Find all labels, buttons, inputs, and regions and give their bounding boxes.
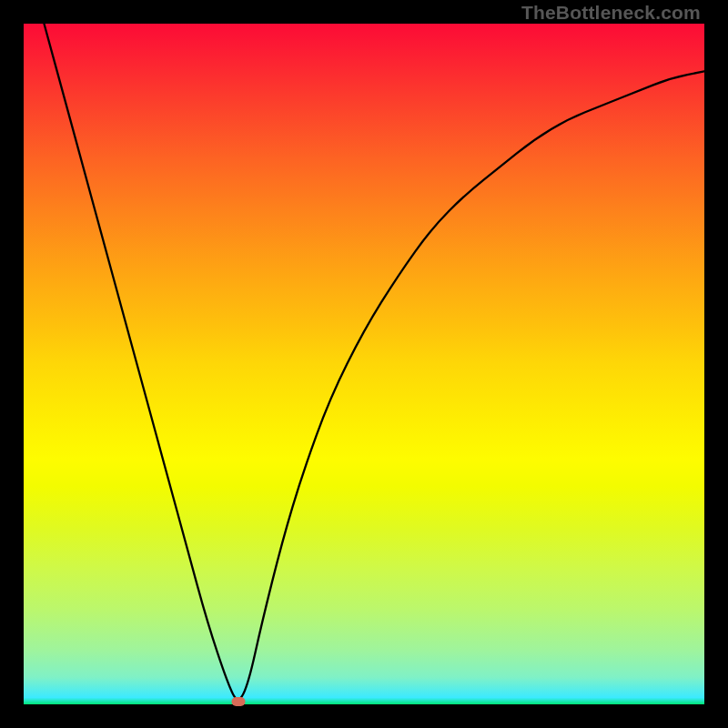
plot-area <box>24 24 704 704</box>
minimum-marker <box>231 697 245 706</box>
chart-frame: TheBottleneck.com <box>0 0 728 728</box>
watermark-text: TheBottleneck.com <box>521 2 701 24</box>
bottleneck-curve <box>24 24 704 704</box>
